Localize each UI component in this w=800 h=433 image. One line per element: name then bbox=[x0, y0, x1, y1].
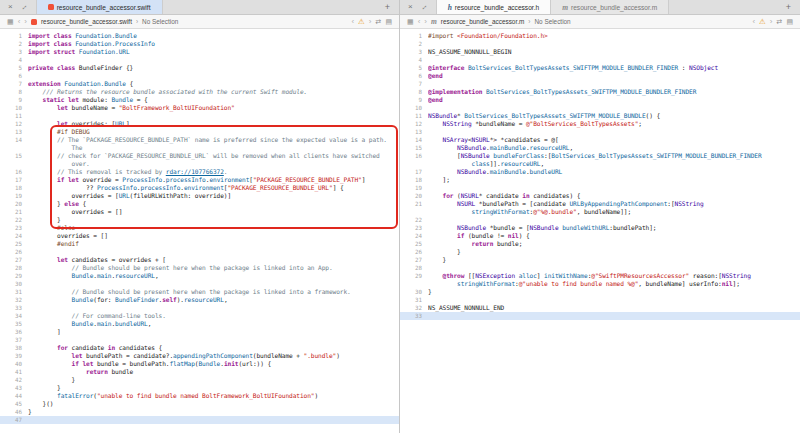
code-line[interactable]: 17 if let override = ProcessInfo.process… bbox=[0, 176, 399, 184]
code-line[interactable]: 6 bbox=[0, 72, 399, 80]
line-number[interactable] bbox=[0, 144, 28, 152]
code-line[interactable]: 14 NSArray<NSURL*> *candidates = @[ bbox=[400, 136, 800, 144]
warning-icon[interactable]: ⚠ bbox=[358, 18, 365, 26]
previous-issue-button[interactable]: ‹ bbox=[351, 18, 354, 26]
code-line[interactable]: 1#import <Foundation/Foundation.h> bbox=[400, 32, 800, 40]
line-number[interactable]: 29 bbox=[0, 272, 28, 280]
line-number[interactable]: 11 bbox=[0, 112, 28, 120]
code-line[interactable]: 18 ]; bbox=[400, 176, 800, 184]
code-line[interactable]: 10 let bundleName = "BoltFramework_BoltU… bbox=[0, 104, 399, 112]
line-number[interactable]: 14 bbox=[0, 136, 28, 144]
line-number[interactable]: 31 bbox=[400, 296, 428, 304]
breadcrumb-file[interactable]: resource_bundle_accessor.swift bbox=[41, 18, 132, 25]
line-number[interactable]: 32 bbox=[0, 296, 28, 304]
line-number[interactable]: 25 bbox=[400, 240, 428, 248]
line-number[interactable]: 37 bbox=[0, 336, 28, 344]
code-line[interactable]: 4 bbox=[0, 56, 399, 64]
back-button[interactable]: ‹ bbox=[418, 18, 421, 26]
code-line[interactable]: 9 static let module: Bundle = { bbox=[0, 96, 399, 104]
code-line[interactable]: 15 NSBundle.mainBundle.resourceURL, bbox=[400, 144, 800, 152]
code-line[interactable]: 1import class Foundation.Bundle bbox=[0, 32, 399, 40]
code-line[interactable]: 9@end bbox=[400, 96, 800, 104]
line-number[interactable]: 1 bbox=[400, 32, 428, 40]
line-number[interactable]: 19 bbox=[400, 184, 428, 192]
line-number[interactable]: 9 bbox=[400, 96, 428, 104]
code-line[interactable]: 32NS_ASSUME_NONNULL_END bbox=[400, 304, 800, 312]
code-line[interactable]: 27 let candidates = overrides + [ bbox=[0, 256, 399, 264]
related-items-icon[interactable]: ▦ bbox=[407, 18, 414, 25]
line-number[interactable] bbox=[400, 280, 428, 288]
line-number[interactable]: 30 bbox=[400, 288, 428, 296]
line-number[interactable]: 28 bbox=[400, 264, 428, 272]
code-line[interactable]: 31 bbox=[400, 296, 800, 304]
code-line[interactable]: 28 // Bundle should be present here when… bbox=[0, 264, 399, 272]
code-line[interactable]: 39 let bundlePath = candidate?.appending… bbox=[0, 352, 399, 360]
tab-resource_bundle_accessor.swift[interactable]: resource_bundle_accessor.swift bbox=[36, 0, 163, 14]
line-number[interactable]: 35 bbox=[0, 320, 28, 328]
code-review-icon[interactable]: ⇄ bbox=[376, 18, 382, 25]
line-number[interactable]: 47 bbox=[0, 416, 28, 424]
line-number[interactable]: 13 bbox=[400, 128, 428, 136]
line-number[interactable]: 6 bbox=[400, 72, 428, 80]
tab-resource_bundle_accessor.m[interactable]: mresource_bundle_accessor.m bbox=[551, 0, 669, 14]
code-line[interactable]: 19 overrides = [URL(fileURLWithPath: ove… bbox=[0, 192, 399, 200]
code-line[interactable]: 2 bbox=[400, 40, 800, 48]
code-line[interactable]: 7 bbox=[400, 80, 800, 88]
line-number[interactable]: 24 bbox=[400, 232, 428, 240]
line-number[interactable]: 5 bbox=[400, 64, 428, 72]
code-line[interactable]: 16 // This removal is tracked by rdar://… bbox=[0, 168, 399, 176]
line-number[interactable]: 21 bbox=[400, 200, 428, 208]
code-line[interactable]: 20 } else { bbox=[0, 200, 399, 208]
code-line[interactable]: The bbox=[0, 144, 399, 152]
code-line[interactable]: 29 Bundle.main.resourceURL, bbox=[0, 272, 399, 280]
maximize-split-icon[interactable]: ↔ bbox=[18, 1, 29, 12]
line-number[interactable]: 21 bbox=[0, 208, 28, 216]
breadcrumb-selection[interactable]: No Selection bbox=[142, 18, 178, 25]
code-line[interactable]: 23 NSBundle *bundle = [NSBundle bundleWi… bbox=[400, 224, 800, 232]
line-number[interactable]: 7 bbox=[0, 80, 28, 88]
code-line[interactable]: 43 } bbox=[0, 384, 399, 392]
code-line[interactable]: 44 fatalError("unable to find bundle nam… bbox=[0, 392, 399, 400]
line-number[interactable]: 41 bbox=[0, 368, 28, 376]
code-line[interactable]: 33 bbox=[0, 304, 399, 312]
code-editor-left[interactable]: 1import class Foundation.Bundle2import c… bbox=[0, 29, 399, 433]
code-line[interactable]: 26 } bbox=[400, 248, 800, 256]
code-line[interactable]: 12 NSString *bundleName = @"BoltServices… bbox=[400, 120, 800, 128]
line-number[interactable]: 17 bbox=[400, 168, 428, 176]
line-number[interactable]: 29 bbox=[400, 272, 428, 280]
line-number[interactable]: 18 bbox=[0, 184, 28, 192]
line-number[interactable]: 15 bbox=[400, 144, 428, 152]
code-line[interactable]: 41 return bundle bbox=[0, 368, 399, 376]
code-line[interactable]: 11 bbox=[0, 112, 399, 120]
line-number[interactable]: 44 bbox=[0, 392, 28, 400]
line-number[interactable]: 10 bbox=[400, 104, 428, 112]
line-number[interactable]: 46 bbox=[0, 408, 28, 416]
code-line[interactable]: 7extension Foundation.Bundle { bbox=[0, 80, 399, 88]
code-line[interactable]: 31 // Bundle should be present here when… bbox=[0, 288, 399, 296]
line-number[interactable]: 4 bbox=[0, 56, 28, 64]
code-line[interactable]: 25 return bundle; bbox=[400, 240, 800, 248]
code-line[interactable]: 27 } bbox=[400, 256, 800, 264]
code-line[interactable]: 26 bbox=[0, 248, 399, 256]
line-number[interactable]: 14 bbox=[400, 136, 428, 144]
code-line[interactable]: 30 bbox=[0, 280, 399, 288]
warning-icon[interactable]: ⚠ bbox=[759, 18, 766, 26]
line-number[interactable]: 12 bbox=[400, 120, 428, 128]
add-tab-button[interactable]: + bbox=[777, 0, 800, 14]
next-issue-button[interactable]: › bbox=[770, 18, 773, 26]
line-number[interactable]: 17 bbox=[0, 176, 28, 184]
line-number[interactable]: 6 bbox=[0, 72, 28, 80]
code-line[interactable]: 32 Bundle(for: BundleFinder.self).resour… bbox=[0, 296, 399, 304]
line-number[interactable]: 22 bbox=[0, 216, 28, 224]
line-number[interactable]: 23 bbox=[400, 224, 428, 232]
line-number[interactable]: 20 bbox=[0, 200, 28, 208]
code-line[interactable]: 6@end bbox=[400, 72, 800, 80]
editor-options-icon[interactable]: ▤ bbox=[786, 18, 793, 25]
code-line[interactable]: 21 overrides = [] bbox=[0, 208, 399, 216]
line-number[interactable]: 23 bbox=[0, 224, 28, 232]
code-line[interactable]: 42 } bbox=[0, 376, 399, 384]
code-line[interactable]: 2import class Foundation.ProcessInfo bbox=[0, 40, 399, 48]
code-line[interactable]: 34 // For command-line tools. bbox=[0, 312, 399, 320]
line-number[interactable]: 27 bbox=[0, 256, 28, 264]
code-line[interactable]: 5private class BundleFinder {} bbox=[0, 64, 399, 72]
